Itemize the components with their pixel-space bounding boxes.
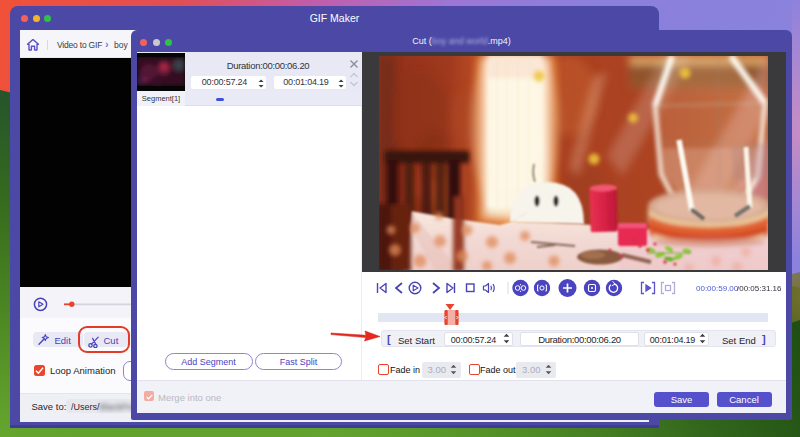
svg-text:/00:05:31.16: /00:05:31.16 (737, 284, 782, 293)
svg-text:00:00:59.00: 00:00:59.00 (696, 284, 739, 293)
